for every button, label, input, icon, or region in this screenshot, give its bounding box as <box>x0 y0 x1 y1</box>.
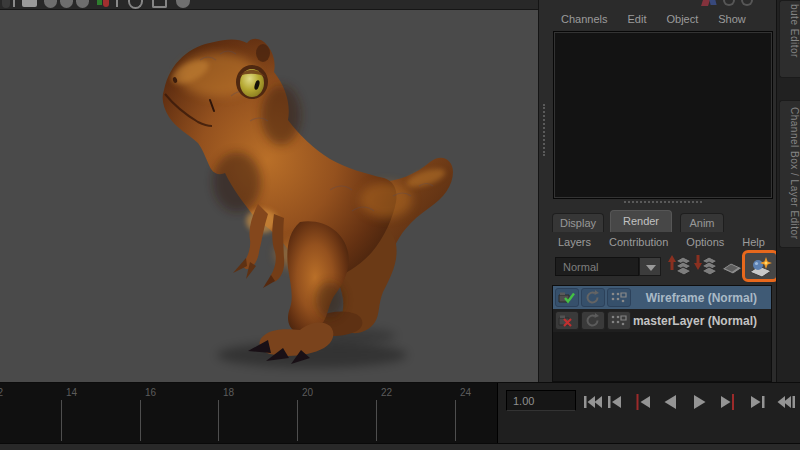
layer-editor-menubar: Layers Contribution Options Help <box>539 233 777 251</box>
renderable-off-icon <box>556 312 578 329</box>
menu-edit[interactable]: Edit <box>617 11 656 27</box>
tick-label: 24 <box>460 387 471 398</box>
toolbar-icon[interactable] <box>2 0 10 8</box>
menu-object[interactable]: Object <box>656 11 708 27</box>
dinosaur-model <box>0 0 538 382</box>
chevron-down-icon <box>646 265 656 271</box>
channel-box-menubar: Channels Edit Object Show <box>539 9 777 29</box>
time-slider-area: 12 14 16 18 20 22 24 1.00 <box>0 382 800 444</box>
dinosaur-eye <box>236 65 268 99</box>
create-render-layer-glyph <box>747 254 775 280</box>
sphere-icon[interactable] <box>44 0 57 8</box>
refresh-icon <box>582 312 604 329</box>
refresh-icon <box>582 289 604 306</box>
play-forwards-icon <box>687 392 711 412</box>
3d-viewport[interactable] <box>0 0 538 382</box>
tab-render[interactable]: Render <box>610 210 672 232</box>
create-render-layer-icon[interactable] <box>747 254 773 282</box>
circle-outline-icon[interactable] <box>128 0 143 9</box>
panel-drag-handle-vertical[interactable] <box>543 104 545 156</box>
step-back-frame-icon <box>602 392 626 412</box>
time-slider[interactable]: 12 14 16 18 20 22 24 <box>0 383 498 444</box>
layer-name: masterLayer (Normal) <box>633 314 757 328</box>
menu-options[interactable]: Options <box>677 235 733 249</box>
side-tab-strip: bute Editor Channel Box / Layer Editor <box>776 0 800 382</box>
layer-renderable-toggle[interactable] <box>555 288 579 307</box>
dots-grid-icon <box>608 289 630 306</box>
cropped-icon <box>741 0 753 6</box>
step-forward-frame-button[interactable] <box>746 392 770 412</box>
tab-attribute-editor[interactable]: bute Editor <box>779 0 800 78</box>
blend-mode-dropdown-button[interactable] <box>639 257 661 276</box>
color-snap-icon[interactable] <box>103 0 109 7</box>
cropped-icon <box>709 0 716 5</box>
pin-icon[interactable] <box>116 0 118 7</box>
step-forward-frame-icon <box>746 392 770 412</box>
move-layer-up-glyph <box>667 253 693 281</box>
tick-label: 20 <box>302 387 313 398</box>
tab-channel-box-layer-editor[interactable]: Channel Box / Layer Editor <box>779 100 800 248</box>
tick-line <box>61 400 62 441</box>
render-layer-list: Wireframe (Normal) <box>552 285 772 382</box>
tick-line <box>376 400 377 441</box>
play-backwards-icon <box>659 392 683 412</box>
move-layer-down-icon[interactable] <box>693 253 719 281</box>
step-forward-key-icon <box>717 392 741 412</box>
color-snap-icon[interactable] <box>97 0 102 5</box>
sphere-icon[interactable] <box>76 0 89 8</box>
viewport-toolbar[interactable] <box>0 0 538 10</box>
step-back-frame-button[interactable] <box>602 392 626 412</box>
step-forward-key-button[interactable] <box>717 392 741 412</box>
tick-line <box>218 400 219 441</box>
layer-row-wireframe[interactable]: Wireframe (Normal) <box>553 286 771 309</box>
go-to-end-icon <box>774 392 798 412</box>
tab-display[interactable]: Display <box>552 213 604 232</box>
pin-icon[interactable] <box>13 0 15 7</box>
square-outline-icon[interactable] <box>152 0 167 8</box>
move-layer-down-glyph <box>693 253 719 281</box>
renderable-on-icon <box>556 289 578 306</box>
current-frame-field[interactable]: 1.00 <box>506 390 576 411</box>
go-to-end-button[interactable] <box>774 392 798 412</box>
layer-pass-options-button[interactable] <box>607 311 631 330</box>
tick-label: 12 <box>0 387 3 398</box>
channel-box-layer-editor-panel: Channels Edit Object Show Display Render… <box>538 0 777 382</box>
panel-drag-handle-horizontal[interactable] <box>624 201 702 203</box>
menu-help[interactable]: Help <box>733 235 774 249</box>
panel-icon[interactable] <box>22 0 37 7</box>
step-back-key-icon <box>630 392 654 412</box>
layer-refresh-button[interactable] <box>581 288 605 307</box>
maya-window: Channels Edit Object Show Display Render… <box>0 0 800 450</box>
range-slider-cropped[interactable] <box>0 443 800 450</box>
tick-line <box>455 400 456 441</box>
tick-label: 16 <box>145 387 156 398</box>
layer-renderable-toggle[interactable] <box>555 311 579 330</box>
tick-label: 18 <box>223 387 234 398</box>
play-backwards-button[interactable] <box>659 392 683 412</box>
playback-controls: 1.00 <box>498 383 800 444</box>
dots-grid-icon <box>608 312 630 329</box>
step-back-key-button[interactable] <box>630 392 654 412</box>
blend-mode-dropdown[interactable]: Normal <box>555 257 639 276</box>
cropped-icon <box>723 0 735 6</box>
tick-label: 14 <box>66 387 77 398</box>
sphere-icon[interactable] <box>60 0 73 8</box>
layer-pass-options-button[interactable] <box>607 288 631 307</box>
tick-label: 22 <box>381 387 392 398</box>
play-forwards-button[interactable] <box>687 392 711 412</box>
menu-contribution[interactable]: Contribution <box>600 235 677 249</box>
channel-box-list[interactable] <box>553 31 773 199</box>
tick-line <box>297 400 298 441</box>
tab-anim[interactable]: Anim <box>680 213 724 232</box>
move-layer-up-icon[interactable] <box>667 253 693 281</box>
menu-show[interactable]: Show <box>708 11 756 27</box>
menu-layers[interactable]: Layers <box>549 235 600 249</box>
menu-channels[interactable]: Channels <box>551 11 617 27</box>
layer-name: Wireframe (Normal) <box>646 291 757 305</box>
layer-row-masterlayer[interactable]: masterLayer (Normal) <box>553 309 771 332</box>
sphere-icon[interactable] <box>176 0 190 8</box>
layer-refresh-button[interactable] <box>581 311 605 330</box>
tick-line <box>140 400 141 441</box>
